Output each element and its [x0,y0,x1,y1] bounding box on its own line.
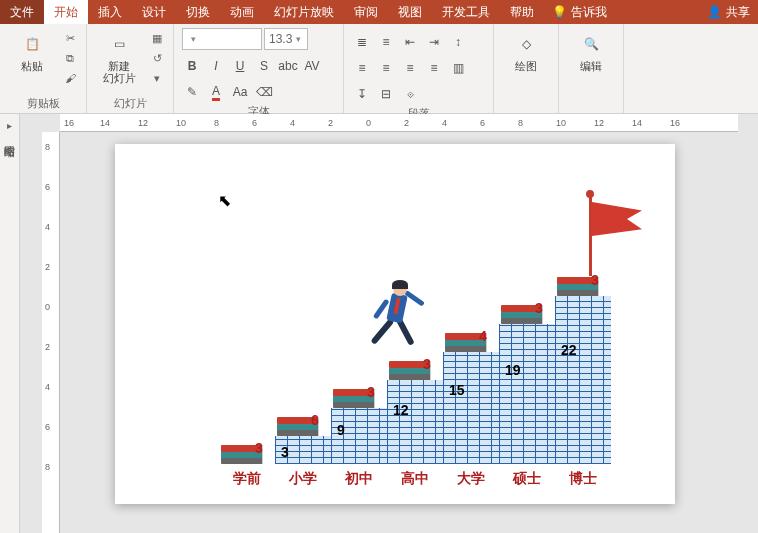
barval-6: 22 [561,342,577,358]
tab-design[interactable]: 设计 [132,0,176,24]
toplabel-0: 3 [255,440,263,456]
highlight-button[interactable]: ✎ [182,82,202,102]
columns-button[interactable]: ▥ [448,58,468,78]
bar-5 [499,324,555,464]
tab-animation[interactable]: 动画 [220,0,264,24]
font-size-combo[interactable]: 13.3▾ [264,28,308,50]
category-1: 小学 [275,470,331,488]
group-label-clipboard: 剪贴板 [8,94,78,111]
bar-3 [387,380,443,464]
draw-button[interactable]: ◇ 绘图 [502,28,550,72]
group-label-slides: 幻灯片 [95,94,165,111]
toplabel-4: 4 [479,328,487,344]
indent-dec-button[interactable]: ⇤ [400,32,420,52]
slide[interactable]: ⬉ [115,144,675,504]
books-1 [277,414,327,436]
shapes-icon: ◇ [512,30,540,58]
group-font: ▾ 13.3▾ B I U S abc AV ✎ A Aa ⌫ 字体 [174,24,344,113]
reset-button[interactable]: ↺ [149,50,165,66]
justify-button[interactable]: ≡ [424,58,444,78]
font-name-combo[interactable]: ▾ [182,28,262,50]
toplabel-1: 6 [311,412,319,428]
align-center-button[interactable]: ≡ [376,58,396,78]
format-painter-button[interactable]: 🖌 [62,70,78,86]
toplabel-2: 3 [367,384,375,400]
group-draw: ◇ 绘图 [494,24,559,113]
section-button[interactable]: ▾ [149,70,165,86]
flag-knob [586,190,594,198]
tab-view[interactable]: 视图 [388,0,432,24]
tab-slideshow[interactable]: 幻灯片放映 [264,0,344,24]
indent-inc-button[interactable]: ⇥ [424,32,444,52]
change-case-button[interactable]: Aa [230,82,250,102]
group-clipboard: 📋 粘贴 ✂ ⧉ 🖌 剪贴板 [0,24,87,113]
toplabel-5: 3 [535,300,543,316]
cut-button[interactable]: ✂ [62,30,78,46]
tab-insert[interactable]: 插入 [88,0,132,24]
bulb-icon: 💡 [552,5,567,19]
layout-button[interactable]: ▦ [149,30,165,46]
scissors-icon: ✂ [66,32,75,45]
copy-icon: ⧉ [66,52,74,65]
toplabel-6: 3 [591,272,599,288]
books-6 [557,274,607,296]
books-0 [221,442,271,464]
line-spacing-button[interactable]: ↕ [448,32,468,52]
align-text-button[interactable]: ⊟ [376,84,396,104]
align-left-button[interactable]: ≡ [352,58,372,78]
numbering-button[interactable]: ≡ [376,32,396,52]
copy-button[interactable]: ⧉ [62,50,78,66]
category-6: 博士 [555,470,611,488]
barval-4: 15 [449,382,465,398]
category-3: 高中 [387,470,443,488]
brush-icon: 🖌 [65,72,76,84]
spacing-button[interactable]: AV [302,56,322,76]
chevron-down-icon: ▾ [296,34,301,44]
group-edit: 🔍 编辑 [559,24,624,113]
smartart-button[interactable]: ⟐ [400,84,420,104]
share-icon: 👤 [707,5,722,19]
thumbnail-panel-collapsed[interactable]: ▸ 缩略图 [0,114,20,533]
tab-review[interactable]: 审阅 [344,0,388,24]
text-direction-button[interactable]: ↧ [352,84,372,104]
font-color-button[interactable]: A [206,82,226,102]
group-paragraph: ≣ ≡ ⇤ ⇥ ↕ ≡ ≡ ≡ ≡ ▥ ↧ ⊟ ⟐ 段落 [344,24,494,113]
barval-2: 9 [337,422,345,438]
share-button[interactable]: 👤共享 [699,4,758,21]
bullets-button[interactable]: ≣ [352,32,372,52]
italic-button[interactable]: I [206,56,226,76]
tab-dev[interactable]: 开发工具 [432,0,500,24]
bar-6 [555,296,611,464]
paste-button[interactable]: 📋 粘贴 [8,28,56,72]
underline-button[interactable]: U [230,56,250,76]
clear-format-button[interactable]: ⌫ [254,82,274,102]
edit-button[interactable]: 🔍 编辑 [567,28,615,72]
shadow-button[interactable]: abc [278,56,298,76]
bold-button[interactable]: B [182,56,202,76]
chevron-down-icon: ▾ [191,34,196,44]
strikethrough-button[interactable]: S [254,56,274,76]
tab-transition[interactable]: 切换 [176,0,220,24]
chevron-right-icon: ▸ [7,120,12,131]
vertical-ruler: 864202468 [42,132,60,533]
workspace: ▸ 缩略图 1614121086420246810121416 86420246… [0,114,758,533]
new-slide-icon: ▭ [105,30,133,58]
books-2 [333,386,383,408]
category-0: 学前 [219,470,275,488]
tab-file[interactable]: 文件 [0,0,44,24]
align-right-button[interactable]: ≡ [400,58,420,78]
running-person-icon [365,282,425,372]
category-4: 大学 [443,470,499,488]
staircase-chart[interactable]: 3 6 3 3 4 3 3 3 9 12 15 19 22 学前 小学 初中 高… [215,164,665,494]
horizontal-ruler: 1614121086420246810121416 [60,114,738,132]
barval-3: 12 [393,402,409,418]
new-slide-button[interactable]: ▭ 新建 幻灯片 [95,28,143,84]
tab-home[interactable]: 开始 [44,0,88,24]
category-2: 初中 [331,470,387,488]
clipboard-icon: 📋 [18,30,46,58]
slide-canvas-area[interactable]: 1614121086420246810121416 864202468 ⬉ [20,114,758,533]
group-slides: ▭ 新建 幻灯片 ▦ ↺ ▾ 幻灯片 [87,24,174,113]
tab-help[interactable]: 帮助 [500,0,544,24]
tell-me[interactable]: 💡告诉我 [544,4,615,21]
category-5: 硕士 [499,470,555,488]
